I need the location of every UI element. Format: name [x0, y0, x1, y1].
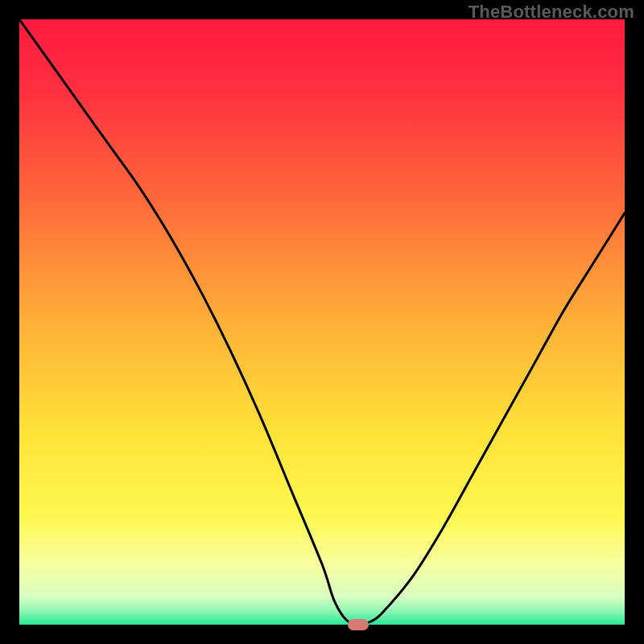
plot-area: [19, 19, 625, 625]
optimal-marker: [348, 619, 369, 630]
watermark-text: TheBottleneck.com: [469, 2, 634, 23]
chart-frame: TheBottleneck.com: [0, 0, 644, 644]
plot-svg: [19, 19, 625, 625]
gradient-rect: [19, 19, 625, 625]
